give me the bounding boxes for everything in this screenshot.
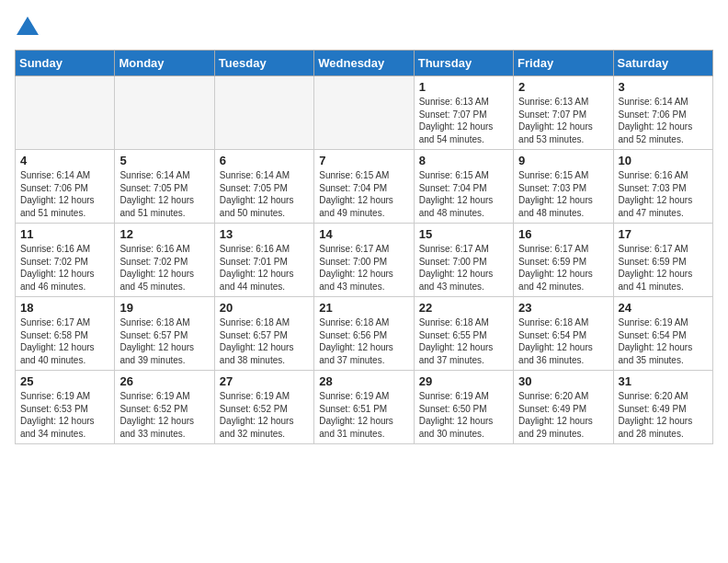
day-cell: 8Sunrise: 6:15 AM Sunset: 7:04 PM Daylig… [414, 150, 513, 224]
column-header-sunday: Sunday [16, 51, 115, 76]
day-number: 7 [319, 154, 408, 167]
week-row-1: 1Sunrise: 6:13 AM Sunset: 7:07 PM Daylig… [16, 76, 713, 150]
day-cell [214, 76, 313, 150]
day-number: 6 [220, 154, 309, 167]
column-header-saturday: Saturday [613, 51, 712, 76]
day-cell: 31Sunrise: 6:20 AM Sunset: 6:49 PM Dayli… [613, 371, 712, 444]
day-number: 12 [119, 227, 209, 241]
day-cell: 17Sunrise: 6:17 AM Sunset: 6:59 PM Dayli… [613, 224, 712, 297]
day-info: Sunrise: 6:20 AM Sunset: 6:49 PM Dayligh… [518, 390, 608, 440]
column-header-thursday: Thursday [414, 51, 513, 76]
day-info: Sunrise: 6:16 AM Sunset: 7:02 PM Dayligh… [20, 243, 109, 293]
day-info: Sunrise: 6:18 AM Sunset: 6:54 PM Dayligh… [518, 316, 608, 366]
day-info: Sunrise: 6:14 AM Sunset: 7:05 PM Dayligh… [119, 169, 209, 219]
day-info: Sunrise: 6:14 AM Sunset: 7:05 PM Dayligh… [220, 169, 309, 219]
day-info: Sunrise: 6:18 AM Sunset: 6:57 PM Dayligh… [220, 316, 309, 366]
day-number: 10 [619, 154, 708, 167]
day-cell: 7Sunrise: 6:15 AM Sunset: 7:04 PM Daylig… [314, 150, 414, 224]
day-info: Sunrise: 6:14 AM Sunset: 7:06 PM Dayligh… [619, 96, 708, 145]
day-cell [16, 76, 115, 150]
day-info: Sunrise: 6:16 AM Sunset: 7:02 PM Dayligh… [119, 243, 209, 293]
week-row-3: 11Sunrise: 6:16 AM Sunset: 7:02 PM Dayli… [16, 224, 713, 297]
day-info: Sunrise: 6:19 AM Sunset: 6:50 PM Dayligh… [419, 390, 508, 440]
column-header-monday: Monday [115, 51, 214, 76]
week-row-5: 25Sunrise: 6:19 AM Sunset: 6:53 PM Dayli… [16, 371, 713, 444]
day-info: Sunrise: 6:19 AM Sunset: 6:53 PM Dayligh… [20, 390, 109, 440]
day-cell: 16Sunrise: 6:17 AM Sunset: 6:59 PM Dayli… [514, 224, 613, 297]
day-number: 17 [619, 227, 708, 241]
day-cell: 21Sunrise: 6:18 AM Sunset: 6:56 PM Dayli… [314, 297, 414, 371]
day-info: Sunrise: 6:19 AM Sunset: 6:54 PM Dayligh… [619, 316, 708, 366]
day-number: 19 [119, 301, 209, 315]
day-number: 28 [319, 374, 408, 388]
day-number: 8 [419, 154, 508, 167]
day-info: Sunrise: 6:15 AM Sunset: 7:03 PM Dayligh… [518, 169, 608, 219]
day-info: Sunrise: 6:15 AM Sunset: 7:04 PM Dayligh… [319, 169, 408, 219]
day-number: 3 [619, 80, 708, 94]
day-number: 22 [419, 301, 508, 315]
day-number: 11 [20, 227, 109, 241]
day-info: Sunrise: 6:13 AM Sunset: 7:07 PM Dayligh… [419, 96, 508, 145]
day-info: Sunrise: 6:16 AM Sunset: 7:01 PM Dayligh… [220, 243, 309, 293]
day-number: 15 [419, 227, 508, 241]
day-cell: 10Sunrise: 6:16 AM Sunset: 7:03 PM Dayli… [613, 150, 712, 224]
day-info: Sunrise: 6:19 AM Sunset: 6:52 PM Dayligh… [220, 390, 309, 440]
day-cell: 2Sunrise: 6:13 AM Sunset: 7:07 PM Daylig… [514, 76, 613, 150]
day-info: Sunrise: 6:17 AM Sunset: 6:58 PM Dayligh… [20, 316, 109, 366]
day-cell: 29Sunrise: 6:19 AM Sunset: 6:50 PM Dayli… [414, 371, 513, 444]
logo-icon [15, 15, 40, 40]
day-number: 24 [619, 301, 708, 315]
day-number: 9 [518, 154, 608, 167]
day-number: 30 [518, 374, 608, 388]
day-info: Sunrise: 6:20 AM Sunset: 6:49 PM Dayligh… [619, 390, 708, 440]
day-cell: 27Sunrise: 6:19 AM Sunset: 6:52 PM Dayli… [214, 371, 313, 444]
day-info: Sunrise: 6:18 AM Sunset: 6:56 PM Dayligh… [319, 316, 408, 366]
day-number: 27 [220, 374, 309, 388]
day-cell: 11Sunrise: 6:16 AM Sunset: 7:02 PM Dayli… [16, 224, 115, 297]
day-info: Sunrise: 6:18 AM Sunset: 6:57 PM Dayligh… [119, 316, 209, 366]
day-info: Sunrise: 6:17 AM Sunset: 7:00 PM Dayligh… [419, 243, 508, 293]
day-number: 4 [20, 154, 109, 167]
day-number: 14 [319, 227, 408, 241]
day-info: Sunrise: 6:14 AM Sunset: 7:06 PM Dayligh… [20, 169, 109, 219]
column-header-wednesday: Wednesday [314, 51, 414, 76]
day-info: Sunrise: 6:13 AM Sunset: 7:07 PM Dayligh… [518, 96, 608, 145]
week-row-2: 4Sunrise: 6:14 AM Sunset: 7:06 PM Daylig… [16, 150, 713, 224]
day-cell [115, 76, 214, 150]
calendar: SundayMondayTuesdayWednesdayThursdayFrid… [15, 50, 713, 444]
column-header-friday: Friday [514, 51, 613, 76]
day-info: Sunrise: 6:19 AM Sunset: 6:52 PM Dayligh… [119, 390, 209, 440]
day-number: 13 [220, 227, 309, 241]
day-cell: 26Sunrise: 6:19 AM Sunset: 6:52 PM Dayli… [115, 371, 214, 444]
day-cell: 18Sunrise: 6:17 AM Sunset: 6:58 PM Dayli… [16, 297, 115, 371]
day-number: 18 [20, 301, 109, 315]
day-number: 26 [119, 374, 209, 388]
day-info: Sunrise: 6:16 AM Sunset: 7:03 PM Dayligh… [619, 169, 708, 219]
day-number: 29 [419, 374, 508, 388]
day-number: 31 [619, 374, 708, 388]
day-number: 20 [220, 301, 309, 315]
day-cell: 20Sunrise: 6:18 AM Sunset: 6:57 PM Dayli… [214, 297, 313, 371]
day-number: 21 [319, 301, 408, 315]
day-info: Sunrise: 6:18 AM Sunset: 6:55 PM Dayligh… [419, 316, 508, 366]
day-cell: 24Sunrise: 6:19 AM Sunset: 6:54 PM Dayli… [613, 297, 712, 371]
day-info: Sunrise: 6:15 AM Sunset: 7:04 PM Dayligh… [419, 169, 508, 219]
day-number: 5 [119, 154, 209, 167]
day-number: 1 [419, 80, 508, 94]
day-info: Sunrise: 6:17 AM Sunset: 6:59 PM Dayligh… [619, 243, 708, 293]
day-cell: 4Sunrise: 6:14 AM Sunset: 7:06 PM Daylig… [16, 150, 115, 224]
day-cell: 30Sunrise: 6:20 AM Sunset: 6:49 PM Dayli… [514, 371, 613, 444]
day-cell: 3Sunrise: 6:14 AM Sunset: 7:06 PM Daylig… [613, 76, 712, 150]
week-row-4: 18Sunrise: 6:17 AM Sunset: 6:58 PM Dayli… [16, 297, 713, 371]
day-cell: 1Sunrise: 6:13 AM Sunset: 7:07 PM Daylig… [414, 76, 513, 150]
day-cell: 28Sunrise: 6:19 AM Sunset: 6:51 PM Dayli… [314, 371, 414, 444]
day-number: 23 [518, 301, 608, 315]
day-cell: 12Sunrise: 6:16 AM Sunset: 7:02 PM Dayli… [115, 224, 214, 297]
day-cell: 9Sunrise: 6:15 AM Sunset: 7:03 PM Daylig… [514, 150, 613, 224]
day-info: Sunrise: 6:19 AM Sunset: 6:51 PM Dayligh… [319, 390, 408, 440]
day-number: 2 [518, 80, 608, 94]
svg-marker-0 [17, 17, 39, 35]
day-cell: 14Sunrise: 6:17 AM Sunset: 7:00 PM Dayli… [314, 224, 414, 297]
day-cell: 22Sunrise: 6:18 AM Sunset: 6:55 PM Dayli… [414, 297, 513, 371]
logo [15, 15, 44, 40]
